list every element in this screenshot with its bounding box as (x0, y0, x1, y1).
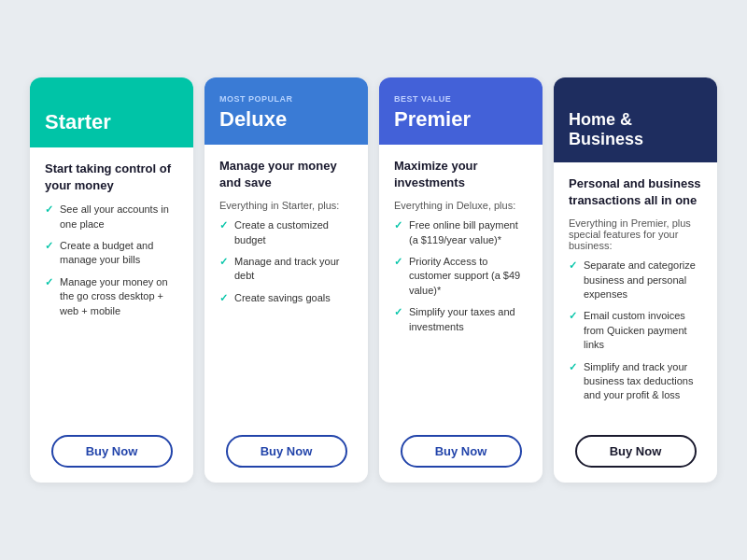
plan-card-starter: Starter Start taking control of your mon… (30, 77, 193, 483)
plan-footer: Buy Now (554, 424, 717, 483)
plan-card-home-business: Home & Business Personal and business tr… (554, 77, 717, 483)
plan-badge: MOST POPULAR (219, 94, 353, 104)
plan-header: Starter (30, 77, 193, 147)
plan-tagline: Personal and business transactions all i… (569, 175, 702, 208)
plan-header: Home & Business (554, 77, 717, 162)
plan-header: BEST VALUE Premier (379, 77, 543, 145)
plan-badge (45, 94, 178, 106)
plan-tagline: Manage your money and save (219, 158, 353, 190)
pricing-container: Starter Start taking control of your mon… (11, 59, 736, 501)
plan-card-deluxe: MOST POPULAR Deluxe Manage your money an… (204, 77, 368, 483)
plan-footer: Buy Now (30, 424, 193, 483)
feature-list: Separate and categorize business and per… (569, 259, 702, 411)
plan-footer: Buy Now (204, 424, 368, 483)
feature-item: Create a budget and manage your bills (45, 239, 178, 268)
plan-footer: Buy Now (379, 424, 543, 483)
buy-now-button[interactable]: Buy Now (226, 435, 347, 468)
plan-badge: BEST VALUE (394, 94, 528, 104)
plan-body: Personal and business transactions all i… (554, 162, 717, 424)
buy-now-button[interactable]: Buy Now (51, 435, 173, 468)
plan-title: Deluxe (219, 107, 353, 132)
plan-tagline: Maximize your investments (394, 158, 528, 190)
plan-tagline: Start taking control of your money (45, 161, 178, 193)
plan-includes: Everything in Premier, plus special feat… (569, 217, 702, 251)
feature-item: Priority Access to customer support (a $… (394, 255, 528, 298)
feature-item: Simplify your taxes and investments (394, 305, 528, 334)
plan-title: Premier (394, 107, 528, 132)
plan-body: Maximize your investments Everything in … (379, 145, 543, 424)
buy-now-button[interactable]: Buy Now (575, 435, 697, 468)
feature-item: Create savings goals (219, 291, 353, 305)
plan-title: Home & Business (569, 110, 702, 149)
plan-badge (569, 94, 702, 106)
feature-item: Manage and track your debt (219, 255, 353, 284)
feature-item: Separate and categorize business and per… (569, 259, 702, 301)
feature-list: Create a customized budgetManage and tra… (219, 218, 353, 411)
plan-body: Start taking control of your money See a… (30, 147, 193, 424)
buy-now-button[interactable]: Buy Now (401, 435, 522, 468)
feature-item: Create a customized budget (219, 218, 353, 247)
feature-item: Manage your money on the go cross deskto… (45, 275, 178, 318)
plan-includes: Everything in Starter, plus: (219, 200, 353, 211)
feature-item: See all your accounts in one place (45, 203, 178, 231)
plan-body: Manage your money and save Everything in… (204, 145, 368, 424)
feature-list: See all your accounts in one placeCreate… (45, 203, 178, 411)
feature-item: Email custom invoices from Quicken payme… (569, 309, 702, 352)
plan-includes: Everything in Deluxe, plus: (394, 200, 528, 211)
feature-list: Free online bill payment (a $119/year va… (394, 218, 528, 411)
plan-header: MOST POPULAR Deluxe (204, 77, 368, 145)
feature-item: Free online bill payment (a $119/year va… (394, 218, 528, 247)
plan-card-premier: BEST VALUE Premier Maximize your investm… (379, 77, 543, 483)
plan-title: Starter (45, 110, 178, 134)
feature-item: Simplify and track your business tax ded… (569, 360, 702, 403)
